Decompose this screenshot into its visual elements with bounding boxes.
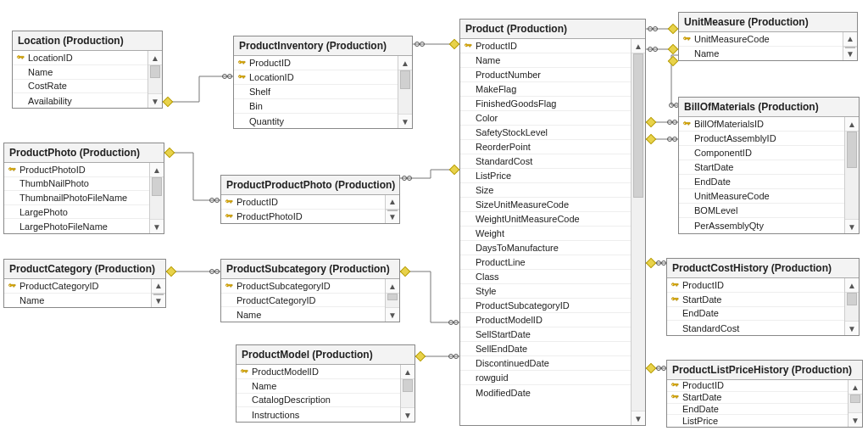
column-row[interactable]: ProductAssemblyID (679, 132, 844, 146)
column-row[interactable]: Name (460, 53, 631, 68)
table-header[interactable]: UnitMeasure (Production) (679, 13, 857, 32)
scroll-down-button[interactable]: ▼ (845, 321, 859, 335)
column-row[interactable]: StandardCost (460, 154, 631, 169)
scroll-track[interactable] (845, 132, 859, 219)
table-header[interactable]: ProductPhoto (Production) (4, 143, 164, 163)
scroll-down-button[interactable]: ▼ (632, 411, 645, 425)
table-header[interactable]: ProductProductPhoto (Production) (221, 176, 399, 195)
table-header[interactable]: BillOfMaterials (Production) (679, 98, 859, 117)
column-row[interactable]: ProductSubcategoryID (460, 299, 631, 313)
scrollbar[interactable]: ▲▼ (147, 51, 162, 108)
column-row[interactable]: DaysToManufacture (460, 241, 631, 255)
column-row[interactable]: EndDate (679, 175, 844, 189)
column-row[interactable]: ProductID (234, 56, 398, 70)
scroll-down-button[interactable]: ▼ (849, 412, 862, 427)
column-row[interactable]: SellEndDate (460, 342, 631, 356)
column-row[interactable]: LargePhotoFileName (4, 219, 149, 233)
column-row[interactable]: WeightUnitMeasureCode (460, 212, 631, 227)
scrollbar[interactable]: ▲▼ (151, 279, 165, 307)
column-row[interactable]: ComponentID (679, 146, 844, 160)
scroll-track[interactable] (845, 293, 859, 321)
scroll-down-button[interactable]: ▼ (398, 114, 412, 128)
scroll-thumb[interactable] (400, 70, 410, 89)
column-row[interactable]: Name (13, 65, 147, 80)
diagram-canvas[interactable]: Location (Production)LocationIDNameCostR… (0, 0, 868, 431)
column-row[interactable]: rowguid (460, 371, 631, 385)
column-row[interactable]: LocationID (234, 70, 398, 85)
column-row[interactable]: SizeUnitMeasureCode (460, 198, 631, 212)
column-row[interactable]: Instructions (236, 407, 400, 422)
scroll-track[interactable] (398, 70, 412, 114)
column-row[interactable]: Name (679, 47, 843, 60)
column-row[interactable]: LargePhoto (4, 205, 149, 220)
column-row[interactable]: ThumbNailPhoto (4, 177, 149, 192)
column-row[interactable]: ProductCategoryID (221, 294, 385, 308)
scroll-down-button[interactable]: ▼ (386, 307, 399, 322)
column-row[interactable]: BOMLevel (679, 204, 844, 218)
column-row[interactable]: Size (460, 183, 631, 198)
column-row[interactable]: ProductModelID (460, 313, 631, 327)
table-header[interactable]: ProductCostHistory (Production) (667, 259, 859, 278)
table-header[interactable]: ProductListPriceHistory (Production) (667, 361, 862, 380)
column-row[interactable]: ListPrice (667, 415, 848, 427)
scroll-track[interactable] (148, 65, 162, 93)
scroll-up-button[interactable]: ▲ (845, 117, 859, 132)
column-row[interactable]: MakeFlag (460, 82, 631, 97)
scroll-down-button[interactable]: ▼ (152, 294, 165, 308)
column-row[interactable]: ProductID (460, 39, 631, 53)
column-row[interactable]: DiscontinuedDate (460, 356, 631, 371)
scroll-up-button[interactable]: ▲ (632, 39, 645, 53)
scroll-down-button[interactable]: ▼ (401, 407, 415, 422)
scroll-up-button[interactable]: ▲ (386, 279, 399, 294)
scroll-down-button[interactable]: ▼ (843, 47, 857, 61)
scroll-track[interactable] (632, 53, 645, 411)
scroll-thumb[interactable] (387, 294, 398, 300)
column-row[interactable]: ProductLine (460, 255, 631, 270)
column-row[interactable]: FinishedGoodsFlag (460, 97, 631, 111)
scroll-up-button[interactable]: ▲ (150, 163, 164, 177)
column-row[interactable]: ReorderPoint (460, 140, 631, 154)
scrollbar[interactable]: ▲▼ (848, 380, 862, 427)
scroll-thumb[interactable] (387, 210, 398, 211)
column-row[interactable]: LocationID (13, 51, 147, 65)
column-row[interactable]: ListPrice (460, 169, 631, 183)
column-row[interactable]: StartDate (667, 392, 848, 404)
column-row[interactable]: BillOfMaterialsID (679, 117, 844, 132)
column-row[interactable]: Class (460, 270, 631, 284)
table-productcategory[interactable]: ProductCategory (Production)ProductCateg… (3, 259, 166, 308)
scrollbar[interactable]: ▲▼ (843, 32, 857, 60)
table-productcosthistory[interactable]: ProductCostHistory (Production)ProductID… (666, 258, 860, 336)
scroll-up-button[interactable]: ▲ (398, 56, 412, 70)
column-row[interactable]: Availability (13, 93, 147, 108)
table-productsubcategory[interactable]: ProductSubcategory (Production)ProductSu… (220, 259, 400, 322)
column-row[interactable]: StartDate (667, 293, 844, 307)
scroll-thumb[interactable] (850, 395, 860, 403)
scrollbar[interactable]: ▲▼ (149, 163, 164, 233)
table-header[interactable]: ProductModel (Production) (236, 345, 415, 365)
scroll-up-button[interactable]: ▲ (152, 279, 165, 294)
scroll-up-button[interactable]: ▲ (401, 365, 415, 379)
scroll-up-button[interactable]: ▲ (849, 380, 862, 395)
scroll-track[interactable] (150, 177, 164, 219)
column-row[interactable]: EndDate (667, 404, 848, 416)
table-productlistpricehistory[interactable]: ProductListPriceHistory (Production)Prod… (666, 360, 863, 428)
column-row[interactable]: ModifiedDate (460, 385, 631, 400)
table-productproductphoto[interactable]: ProductProductPhoto (Production)ProductI… (220, 175, 400, 224)
scroll-thumb[interactable] (847, 293, 857, 305)
table-productmodel[interactable]: ProductModel (Production)ProductModelIDN… (236, 344, 415, 423)
column-row[interactable]: ProductPhotoID (221, 210, 385, 223)
column-row[interactable]: CostRate (13, 80, 147, 94)
table-header[interactable]: ProductSubcategory (Production) (221, 260, 399, 279)
scrollbar[interactable]: ▲▼ (844, 117, 859, 233)
column-row[interactable]: ProductID (667, 278, 844, 293)
column-row[interactable]: Name (236, 379, 400, 394)
table-header[interactable]: Location (Production) (13, 31, 162, 51)
column-row[interactable]: ProductModelID (236, 365, 400, 379)
scroll-up-button[interactable]: ▲ (148, 51, 162, 65)
scroll-thumb[interactable] (152, 177, 162, 196)
column-row[interactable]: Weight (460, 227, 631, 241)
table-unitmeasure[interactable]: UnitMeasure (Production)UnitMeasureCodeN… (678, 12, 858, 61)
table-productphoto[interactable]: ProductPhoto (Production)ProductPhotoIDT… (3, 143, 164, 234)
column-row[interactable]: Style (460, 284, 631, 299)
column-row[interactable]: SellStartDate (460, 327, 631, 342)
